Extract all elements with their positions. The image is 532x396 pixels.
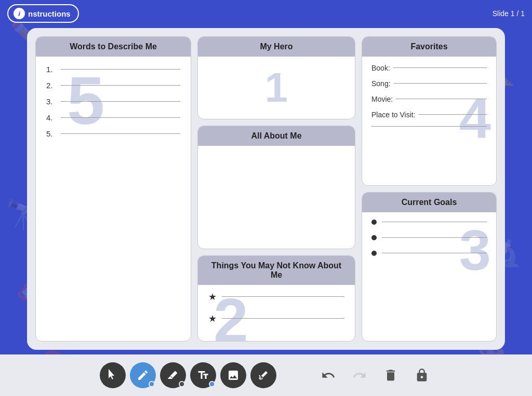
fav-movie-label: Movie:: [371, 95, 393, 103]
goals-body: 3: [362, 212, 496, 274]
things-item-2: ★: [208, 313, 344, 324]
fav-book-line: [393, 67, 487, 68]
things-header: Things You May Not Know About Me: [198, 256, 355, 285]
pen-icon: [137, 369, 149, 381]
all-about-me-body: [198, 146, 355, 229]
describe-line-4: [61, 117, 180, 118]
goal-item-3: [371, 251, 487, 256]
my-hero-panel: My Hero 1: [197, 36, 355, 119]
words-to-describe-header: Words to Describe Me: [36, 37, 191, 57]
describe-item-1: 1.: [46, 65, 180, 74]
describe-num-3: 3.: [46, 97, 59, 106]
redo-button[interactable]: [349, 365, 370, 386]
top-bar: i nstructions Slide 1 / 1: [0, 0, 532, 27]
fav-movie: Movie:: [371, 95, 487, 103]
slide-card: Words to Describe Me 5 1. 2. 3.: [27, 28, 505, 350]
instructions-label: nstructions: [28, 9, 71, 18]
cursor-tool-button[interactable]: [100, 362, 126, 388]
things-body: 2 ★ ★: [198, 285, 355, 341]
info-icon: i: [14, 8, 25, 19]
watermark-3: 3: [459, 222, 491, 279]
text-tool-button[interactable]: [190, 362, 216, 388]
star-2: ★: [208, 313, 217, 324]
current-goals-panel: Current Goals 3: [362, 192, 497, 342]
goal-bullet-2: [371, 235, 377, 240]
my-hero-body: 1: [198, 57, 355, 119]
words-to-describe-panel: Words to Describe Me 5 1. 2. 3.: [35, 36, 191, 342]
eraser-icon: [167, 369, 179, 381]
goal-line-2: [382, 237, 487, 238]
fav-song: Song:: [371, 79, 487, 88]
fav-place-line: [419, 114, 487, 115]
describe-num-1: 1.: [46, 65, 59, 74]
favorites-panel: Favorites 4 Book: Song: Movie:: [362, 36, 497, 186]
goal-item-1: [371, 220, 487, 225]
fav-extra-line: [371, 126, 487, 127]
goal-bullet-3: [371, 251, 377, 256]
describe-line-3: [61, 101, 180, 102]
shape-eraser-tool-button[interactable]: [250, 362, 276, 388]
favorites-body: 4 Book: Song: Movie: Place to Visit:: [362, 57, 496, 141]
lock-button[interactable]: [411, 365, 432, 386]
goal-bullet-1: [371, 220, 377, 225]
goal-line-3: [382, 253, 487, 253]
undo-icon: [321, 368, 336, 383]
describe-num-5: 5.: [46, 129, 59, 138]
things-line-2: [222, 318, 344, 319]
current-goals-header: Current Goals: [362, 193, 496, 212]
undo-button[interactable]: [318, 365, 339, 386]
goal-line-1: [382, 222, 487, 222]
toolbar: [0, 354, 532, 396]
main-content: Words to Describe Me 5 1. 2. 3.: [0, 27, 532, 354]
eraser-tool-button[interactable]: [160, 362, 186, 388]
fav-song-label: Song:: [371, 79, 391, 88]
fav-place-label: Place to Visit:: [371, 111, 416, 119]
fav-book: Book:: [371, 64, 487, 72]
describe-item-3: 3.: [46, 97, 180, 106]
fav-extra: [371, 126, 487, 127]
my-hero-header: My Hero: [198, 37, 355, 57]
things-item-1: ★: [208, 291, 344, 303]
instructions-button[interactable]: i nstructions: [7, 4, 79, 23]
describe-line-1: [61, 69, 180, 70]
image-tool-button[interactable]: [220, 362, 246, 388]
watermark-1: 1: [265, 64, 288, 112]
favorites-header: Favorites: [362, 37, 496, 57]
fav-book-label: Book:: [371, 64, 390, 72]
all-about-me-header: All About Me: [198, 126, 355, 146]
words-to-describe-body: 5 1. 2. 3.: [36, 57, 191, 154]
text-icon: [197, 369, 209, 381]
describe-item-5: 5.: [46, 129, 180, 138]
fav-song-line: [394, 83, 487, 84]
left-column: Words to Describe Me 5 1. 2. 3.: [35, 36, 191, 342]
all-about-me-panel: All About Me: [197, 126, 355, 249]
eraser-dot: [179, 381, 185, 387]
fav-place: Place to Visit:: [371, 111, 487, 119]
delete-icon: [383, 368, 398, 383]
describe-line-2: [61, 85, 180, 86]
describe-num-4: 4.: [46, 113, 59, 122]
middle-column: My Hero 1 All About Me: [197, 36, 355, 249]
image-icon: [227, 369, 240, 381]
describe-num-2: 2.: [46, 81, 59, 90]
pen-tool-button[interactable]: [130, 362, 156, 388]
delete-button[interactable]: [380, 365, 401, 386]
describe-item-4: 4.: [46, 113, 180, 122]
describe-list: 1. 2. 3. 4.: [46, 65, 180, 138]
redo-icon: [352, 368, 367, 383]
star-1: ★: [208, 291, 217, 303]
shape-eraser-icon: [257, 369, 270, 381]
bottom-section: Things You May Not Know About Me 2 ★ ★: [197, 255, 355, 342]
slide-indicator: Slide 1 / 1: [493, 9, 525, 18]
text-dot: [209, 381, 215, 387]
cursor-icon: [107, 369, 119, 381]
toolbar-actions: [318, 365, 432, 386]
fav-movie-line: [396, 99, 487, 99]
goal-item-2: [371, 235, 487, 240]
describe-line-5: [61, 133, 180, 134]
describe-item-2: 2.: [46, 81, 180, 90]
things-panel: Things You May Not Know About Me 2 ★ ★: [197, 255, 355, 342]
things-line-1: [222, 296, 344, 297]
right-column: Favorites 4 Book: Song: Movie:: [362, 36, 497, 342]
toolbar-tools: [100, 362, 276, 388]
